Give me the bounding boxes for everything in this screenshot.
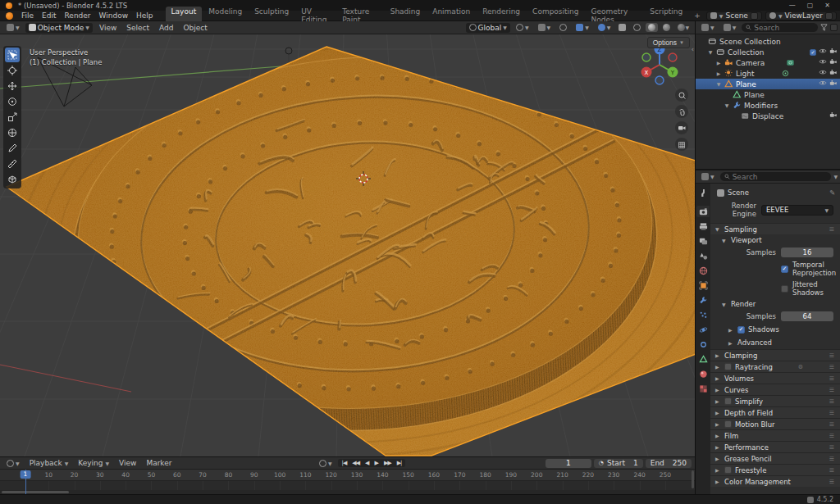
properties-tab-tool[interactable] [696, 187, 710, 198]
tool-select-box-button[interactable] [5, 48, 20, 62]
hide-viewport-toggle[interactable] [819, 69, 827, 79]
panel-sampling-viewport[interactable]: ▼Viewport [710, 234, 840, 246]
timeline-ruler[interactable]: 1 11020304050607080901001101201301401501… [0, 470, 695, 481]
outliner-editor-type-button[interactable]: ▼ [698, 23, 718, 33]
snap-toggle[interactable]: ▼ [535, 23, 555, 33]
outliner-row-plane[interactable]: Plane [696, 89, 840, 100]
maximize-button[interactable]: ▢ [807, 0, 814, 11]
filter-icon[interactable] [820, 24, 828, 31]
panel-depth-of-field[interactable]: ▶Depth of Field☰ [710, 406, 840, 418]
properties-tab-scene[interactable] [696, 250, 710, 261]
expand-toggle[interactable]: ▼ [715, 81, 722, 87]
play-reverse-button[interactable]: ◀ [363, 459, 371, 467]
timeline-menu-keying[interactable]: Keying ▼ [74, 458, 113, 468]
current-frame-indicator[interactable]: 1 [21, 470, 31, 479]
close-button[interactable]: ✕ [824, 0, 830, 11]
panel-freestyle[interactable]: ▶Freestyle☰ [710, 464, 840, 475]
menu-file[interactable]: File [17, 11, 38, 20]
hide-viewport-toggle[interactable] [819, 48, 827, 57]
transform-orientation-dropdown[interactable]: Global▼ [466, 23, 510, 33]
next-keyframe-button[interactable]: ▶▶ [381, 459, 394, 467]
panel-film[interactable]: ▶Film☰ [710, 429, 840, 441]
xray-toggle[interactable] [616, 23, 628, 32]
3d-viewport[interactable]: User Perspective (1) Collection | Plane … [0, 34, 695, 456]
camera-view-button[interactable] [675, 121, 688, 134]
options-button[interactable]: Options▼ [647, 37, 690, 48]
timeline-menu-playback[interactable]: Playback ▼ [25, 458, 73, 468]
tool-scale-button[interactable] [5, 110, 20, 125]
properties-tab-render[interactable] [696, 206, 710, 217]
outliner-row-displace[interactable]: Displace [696, 111, 840, 121]
new-scene-icon[interactable] [751, 12, 758, 20]
blender-menu-icon[interactable] [6, 12, 13, 20]
viewport-samples-field[interactable]: 16 [781, 247, 833, 257]
outliner-row-modifiers[interactable]: ▼Modifiers [696, 100, 840, 111]
expand-toggle[interactable]: ▼ [724, 102, 730, 108]
add-workspace-button[interactable]: + [690, 11, 705, 20]
timeline-tracks[interactable] [0, 481, 695, 490]
shading-solid-button[interactable] [646, 23, 658, 32]
timeline-menu-marker[interactable]: Marker [142, 458, 176, 468]
outliner-row-collection[interactable]: ▼Collection✓ [696, 47, 840, 57]
properties-tab-modifiers[interactable] [696, 294, 710, 306]
timeline-editor[interactable]: ▼ Playback ▼Keying ▼ViewMarker ▼ |◀◀◀◀▶▶… [0, 456, 695, 494]
overlays-dropdown[interactable]: ▼ [595, 23, 614, 33]
properties-tab-particles[interactable] [696, 309, 710, 320]
temporal-reprojection-checkbox[interactable]: ✓ [781, 266, 788, 273]
mode-dropdown[interactable]: Object Mode▼ [25, 23, 93, 33]
disable-render-toggle[interactable] [829, 69, 838, 79]
zoom-button[interactable] [675, 89, 688, 102]
menu-help[interactable]: Help [132, 11, 158, 20]
show-gizmo-dropdown[interactable]: ▼ [573, 23, 592, 33]
panel-performance[interactable]: ▶Performance☰ [710, 441, 840, 452]
disable-render-toggle[interactable] [829, 111, 838, 121]
raytracing-checkbox[interactable] [724, 363, 732, 370]
disable-render-toggle[interactable] [829, 48, 838, 57]
panel-volumes[interactable]: ▶Volumes☰ [710, 372, 840, 384]
advanced-subpanel[interactable]: ▶ Advanced [710, 336, 840, 349]
shading-material-button[interactable] [660, 23, 673, 32]
hide-viewport-toggle[interactable] [819, 79, 827, 89]
expand-toggle[interactable]: ▶ [715, 70, 722, 76]
chevron-down-icon[interactable]: ▼ [833, 174, 838, 179]
properties-tab-view-layer[interactable] [696, 235, 710, 247]
motion-blur-checkbox[interactable] [724, 420, 732, 428]
viewport-menu-object[interactable]: Object [180, 23, 212, 33]
outliner-row-light[interactable]: ▶Light [696, 68, 840, 79]
prev-keyframe-button[interactable]: ◀◀ [349, 459, 362, 467]
pan-button[interactable] [675, 105, 688, 118]
orthographic-grid-button[interactable] [675, 138, 688, 151]
properties-search-input[interactable]: Search [720, 172, 832, 181]
collection-checkbox[interactable]: ✓ [810, 49, 816, 56]
timeline-editor-type-button[interactable]: ▼ [3, 458, 23, 468]
jump-to-end-button[interactable]: ▶| [395, 459, 404, 467]
minimize-button[interactable]: — [789, 0, 796, 11]
outliner-search-input[interactable]: Search [742, 23, 818, 32]
temporal-reprojection-row[interactable]: ✓ Temporal Reprojection [710, 259, 840, 279]
properties-tab-physics[interactable] [696, 324, 710, 335]
tool-measure-button[interactable] [5, 157, 20, 171]
timeline-vscrollbar[interactable] [692, 470, 694, 488]
viewport-menu-view[interactable]: View [95, 23, 121, 33]
timeline-menu-view[interactable]: View [115, 458, 140, 468]
new-viewlayer-icon[interactable] [825, 12, 833, 20]
render-samples-field[interactable]: 64 [781, 311, 833, 321]
jittered-shadows-row[interactable]: Jittered Shadows [710, 279, 840, 298]
panel-motion-blur[interactable]: ▶Motion Blur☰ [710, 418, 840, 429]
properties-editor-type-button[interactable]: ▼ [698, 172, 718, 182]
properties-tab-data[interactable] [696, 353, 710, 365]
outliner-display-mode-button[interactable]: ▼ [720, 23, 740, 33]
viewport-menu-select[interactable]: Select [122, 23, 153, 33]
tool-move-button[interactable] [5, 79, 20, 93]
disable-render-toggle[interactable] [829, 58, 838, 68]
sidebar-toggle-icon[interactable]: ‹ [692, 46, 694, 53]
auto-keying-toggle[interactable]: ▼ [316, 458, 336, 468]
editor-type-button[interactable]: ▼ [3, 23, 23, 33]
new-collection-icon[interactable] [830, 24, 838, 31]
pin-icon[interactable]: ✎ [829, 188, 835, 197]
panel-grease-pencil[interactable]: ▶Grease Pencil☰ [710, 452, 840, 464]
hide-viewport-toggle[interactable] [819, 58, 827, 68]
proportional-edit-toggle[interactable] [556, 23, 570, 33]
expand-toggle[interactable]: ▼ [707, 49, 714, 55]
jittered-shadows-checkbox[interactable] [781, 285, 788, 293]
